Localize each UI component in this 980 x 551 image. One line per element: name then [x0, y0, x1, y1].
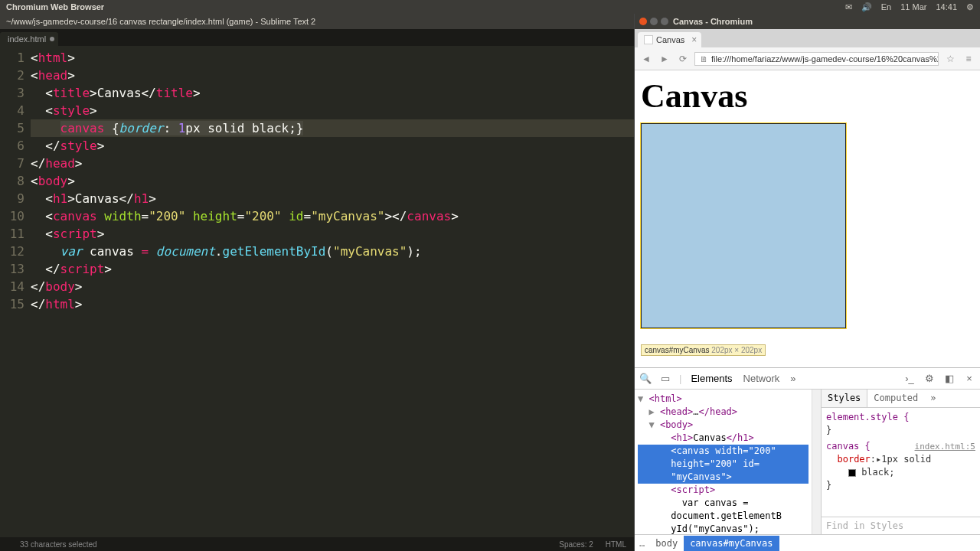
- favicon-icon: [644, 35, 653, 44]
- devtools-tabs[interactable]: 🔍 ▭ | Elements Network » ›_ ⚙ ◧ ×: [635, 368, 980, 390]
- styles-rules[interactable]: element.style { } index.html:5 canvas { …: [822, 408, 980, 517]
- minimize-icon[interactable]: [650, 18, 658, 25]
- status-selection: 33 characters selected: [20, 540, 97, 549]
- devtools-panel: 🔍 ▭ | Elements Network » ›_ ⚙ ◧ × ▼ <htm…: [635, 367, 980, 551]
- canvas-element[interactable]: [641, 123, 846, 328]
- system-tray[interactable]: ✉ 🔊 En 11 Mar 14:41 ⚙: [845, 2, 974, 12]
- gear-icon[interactable]: ⚙: [923, 373, 936, 384]
- reload-button[interactable]: ⟳: [676, 54, 690, 64]
- menu-icon[interactable]: ≡: [962, 54, 975, 64]
- chrome-window: Canvas - Chromium Canvas × ◄ ► ⟳ 🗎 file:…: [634, 14, 980, 551]
- crumb-body[interactable]: body: [649, 536, 684, 551]
- tab-styles[interactable]: Styles: [822, 390, 867, 407]
- close-devtools-icon[interactable]: ×: [963, 373, 975, 384]
- dom-selected-row[interactable]: <canvas width="200": [638, 445, 808, 458]
- browser-viewport[interactable]: Canvas canvas#myCanvas 202px × 202px: [635, 70, 980, 367]
- tray-icon[interactable]: ✉: [845, 2, 852, 12]
- close-icon[interactable]: [639, 18, 647, 25]
- close-tab-icon[interactable]: ×: [691, 34, 697, 45]
- browser-toolbar: ◄ ► ⟳ 🗎 file:///home/fariazz/www/js-game…: [635, 47, 980, 70]
- inspector-tooltip: canvas#myCanvas 202px × 202px: [641, 344, 766, 356]
- chrome-titlebar: Canvas - Chromium: [635, 14, 980, 29]
- search-icon[interactable]: 🔍: [639, 373, 652, 384]
- sublime-titlebar: ~/www/js-gamedev-course/16 canvas rectan…: [0, 14, 634, 29]
- tray-lang[interactable]: En: [881, 2, 891, 11]
- maximize-icon[interactable]: [661, 18, 668, 25]
- close-icon[interactable]: [50, 37, 54, 41]
- tray-date: 11 Mar: [900, 2, 926, 11]
- console-toggle-icon[interactable]: ›_: [903, 373, 916, 384]
- styles-pane: Styles Computed » element.style { } inde…: [821, 390, 980, 534]
- file-tab[interactable]: index.html: [0, 32, 58, 46]
- source-link[interactable]: index.html:5: [915, 440, 975, 453]
- os-top-bar: Chromium Web Browser ✉ 🔊 En 11 Mar 14:41…: [0, 0, 980, 14]
- breadcrumb[interactable]: … body canvas#myCanvas: [635, 534, 980, 551]
- tabs-overflow[interactable]: »: [789, 370, 797, 387]
- styles-filter-input[interactable]: Find in Styles: [822, 517, 980, 534]
- tabs-overflow[interactable]: »: [924, 390, 942, 407]
- tab-network[interactable]: Network: [742, 370, 782, 387]
- browser-tab-strip[interactable]: Canvas ×: [635, 29, 980, 47]
- sublime-statusbar: 33 characters selected Spaces: 2 HTML: [0, 537, 634, 551]
- scrollbar[interactable]: [812, 390, 821, 534]
- address-bar[interactable]: 🗎 file:///home/fariazz/www/js-gamedev-co…: [694, 52, 939, 66]
- sublime-window: ~/www/js-gamedev-course/16 canvas rectan…: [0, 14, 634, 551]
- active-app-title: Chromium Web Browser: [6, 2, 845, 11]
- line-gutter: 123456789101112131415: [0, 49, 31, 534]
- page-title: Canvas: [641, 77, 974, 116]
- styles-tabs[interactable]: Styles Computed »: [822, 390, 980, 408]
- device-icon[interactable]: ▭: [659, 373, 671, 384]
- dock-icon[interactable]: ◧: [943, 373, 956, 384]
- tray-time: 14:41: [936, 2, 957, 11]
- status-indent[interactable]: Spaces: 2: [559, 540, 593, 549]
- star-icon[interactable]: ☆: [943, 54, 957, 64]
- window-controls[interactable]: [639, 18, 668, 25]
- color-swatch-icon[interactable]: [848, 469, 856, 477]
- crumb-canvas[interactable]: canvas#myCanvas: [684, 536, 779, 551]
- code-editor[interactable]: 123456789101112131415 <html> <head> <tit…: [0, 46, 634, 537]
- forward-button[interactable]: ►: [658, 54, 671, 64]
- tray-icon[interactable]: 🔊: [861, 2, 872, 12]
- tray-gear-icon[interactable]: ⚙: [966, 2, 974, 12]
- source-lines[interactable]: <html> <head> <title>Canvas</title> <sty…: [31, 49, 634, 534]
- browser-tab[interactable]: Canvas ×: [638, 32, 701, 47]
- status-syntax[interactable]: HTML: [606, 540, 626, 549]
- dom-tree[interactable]: ▼ <html> ▶ <head>…</head> ▼ <body> <h1>C…: [635, 390, 812, 534]
- back-button[interactable]: ◄: [639, 54, 653, 64]
- tab-computed[interactable]: Computed: [867, 390, 924, 407]
- tab-elements[interactable]: Elements: [689, 370, 733, 387]
- document-icon: 🗎: [700, 54, 708, 64]
- sublime-tab-bar[interactable]: index.html: [0, 29, 634, 46]
